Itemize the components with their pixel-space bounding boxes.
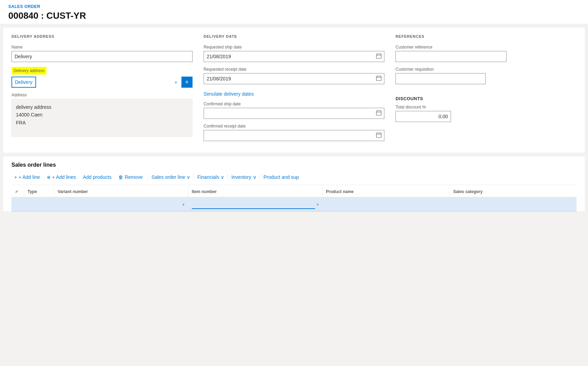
- breadcrumb: SALES ORDER: [8, 4, 580, 9]
- confirmed-receipt-field-group: Confirmed receipt date: [204, 124, 385, 141]
- add-products-label: Add products: [83, 174, 112, 180]
- add-line-icon: +: [14, 174, 17, 180]
- requested-ship-date-input[interactable]: [204, 51, 385, 62]
- table-header: ✓ Type Variant number Item number Produc…: [11, 186, 577, 197]
- confirmed-ship-calendar-icon[interactable]: [376, 110, 382, 117]
- name-input[interactable]: [11, 51, 193, 62]
- col-check: ✓: [11, 186, 24, 197]
- customer-requisition-input[interactable]: [395, 73, 486, 84]
- requested-receipt-date-input[interactable]: [204, 73, 385, 84]
- confirmed-ship-date-wrapper: [204, 108, 385, 119]
- total-discount-input[interactable]: [395, 111, 451, 122]
- requested-receipt-calendar-icon[interactable]: [376, 76, 382, 82]
- col-category: Sales category: [450, 186, 577, 197]
- trash-icon: 🗑: [118, 174, 123, 180]
- delivery-address-column: DELIVERY ADDRESS Name Delivery address D…: [11, 34, 193, 146]
- sales-order-line-chevron: ∨: [187, 174, 190, 180]
- svg-rect-8: [376, 111, 381, 115]
- row-category-cell: [450, 197, 577, 211]
- col-product-label: Product name: [326, 189, 354, 194]
- svg-rect-12: [376, 133, 381, 138]
- confirmed-receipt-label: Confirmed receipt date: [204, 124, 385, 129]
- table-body: ∨ ∨: [11, 197, 577, 211]
- col-type: Type: [24, 186, 54, 197]
- plus-icon: +: [185, 79, 189, 86]
- add-line-label: + Add line: [18, 174, 40, 180]
- toolbar-sep-4: [260, 174, 260, 181]
- sales-order-lines-section: Sales order lines + + Add line ⊕ + Add l…: [3, 156, 585, 212]
- confirmed-ship-field-group: Confirmed ship date: [204, 102, 385, 119]
- confirmed-receipt-date-input[interactable]: [204, 130, 385, 141]
- total-discount-field-group: Total discount %: [395, 105, 577, 122]
- toolbar-sep-1: [148, 174, 148, 181]
- variant-dropdown-arrow[interactable]: ∨: [182, 202, 185, 206]
- add-lines-label: + Add lines: [52, 174, 76, 180]
- lines-table: ✓ Type Variant number Item number Produc…: [11, 186, 577, 211]
- requested-ship-field-group: Requested ship date: [204, 45, 385, 62]
- toolbar-sep-3: [228, 174, 228, 181]
- col-item: Item number: [188, 186, 322, 197]
- confirmed-ship-label: Confirmed ship date: [204, 102, 385, 106]
- sales-order-line-label: Sales order line: [152, 174, 185, 180]
- product-and-sup-button[interactable]: Product and sup: [261, 173, 302, 181]
- row-variant-cell: ∨: [54, 197, 188, 211]
- product-and-sup-label: Product and sup: [264, 174, 299, 180]
- inventory-button[interactable]: Inventory ∨: [229, 173, 259, 181]
- delivery-address-select[interactable]: Delivery: [11, 77, 36, 88]
- remove-label: Remove: [125, 174, 143, 180]
- references-column: REFERENCES Customer reference Customer r…: [395, 34, 577, 146]
- inventory-label: Inventory: [231, 174, 252, 180]
- confirmed-ship-date-input[interactable]: [204, 108, 385, 119]
- requested-ship-label: Requested ship date: [204, 45, 385, 50]
- discounts-area: DISCOUNTS Total discount %: [395, 96, 577, 127]
- delivery-address-field-group: Delivery address Delivery ∨ +: [11, 67, 193, 88]
- svg-rect-4: [376, 76, 381, 81]
- sales-order-lines-title: Sales order lines: [11, 162, 577, 168]
- delivery-date-section-label: DELIVERY DATE: [204, 34, 385, 40]
- customer-reference-label: Customer reference: [395, 45, 577, 50]
- sales-order-line-button[interactable]: Sales order line ∨: [149, 173, 193, 181]
- form-grid: DELIVERY ADDRESS Name Delivery address D…: [11, 34, 577, 146]
- row-product-cell: [322, 197, 450, 211]
- name-field-group: Name: [11, 45, 193, 62]
- table-row: ∨ ∨: [11, 197, 577, 211]
- total-discount-label: Total discount %: [395, 105, 577, 110]
- sales-category-input[interactable]: [453, 199, 517, 209]
- customer-reference-field-group: Customer reference: [395, 45, 577, 62]
- customer-requisition-field-group: Customer requisition: [395, 67, 577, 84]
- customer-requisition-label: Customer requisition: [395, 67, 577, 72]
- add-line-button[interactable]: + + Add line: [11, 173, 44, 181]
- references-section-label: REFERENCES: [395, 34, 577, 40]
- address-field-group: Address delivery address14000 CaenFRA: [11, 93, 193, 137]
- discounts-section-label: DISCOUNTS: [395, 96, 577, 101]
- col-category-label: Sales category: [453, 189, 483, 194]
- variant-input[interactable]: [58, 199, 181, 209]
- remove-button[interactable]: 🗑 Remove: [116, 173, 147, 181]
- item-dropdown-arrow[interactable]: ∨: [316, 202, 319, 206]
- confirmed-receipt-calendar-icon[interactable]: [376, 132, 382, 139]
- item-dropdown: ∨: [192, 199, 319, 209]
- check-icon: ✓: [15, 189, 18, 194]
- item-number-input[interactable]: [192, 199, 315, 209]
- address-select-wrapper: Delivery ∨: [11, 77, 180, 88]
- lines-toolbar: + + Add line ⊕ + Add lines Add products …: [11, 173, 577, 185]
- simulate-delivery-link[interactable]: Simulate delivery dates: [204, 91, 385, 97]
- page-header: SALES ORDER 000840 : CUST-YR: [0, 0, 588, 24]
- add-lines-button[interactable]: ⊕ + Add lines: [44, 173, 80, 181]
- name-label: Name: [11, 45, 193, 50]
- add-lines-icon: ⊕: [47, 175, 51, 180]
- financials-button[interactable]: Financials ∨: [195, 173, 227, 181]
- col-product: Product name: [322, 186, 450, 197]
- product-name-input[interactable]: [326, 199, 390, 209]
- add-address-button[interactable]: +: [181, 77, 193, 88]
- inventory-chevron: ∨: [253, 174, 256, 180]
- requested-ship-calendar-icon[interactable]: [376, 53, 382, 60]
- row-type-cell: [24, 197, 54, 211]
- svg-rect-0: [376, 54, 381, 59]
- address-text-box: delivery address14000 CaenFRA: [11, 99, 193, 137]
- customer-reference-input[interactable]: [395, 51, 506, 62]
- financials-chevron: ∨: [221, 174, 224, 180]
- add-products-button[interactable]: Add products: [80, 173, 116, 181]
- delivery-date-column: DELIVERY DATE Requested ship date Reques…: [204, 34, 385, 146]
- variant-dropdown: ∨: [58, 199, 185, 209]
